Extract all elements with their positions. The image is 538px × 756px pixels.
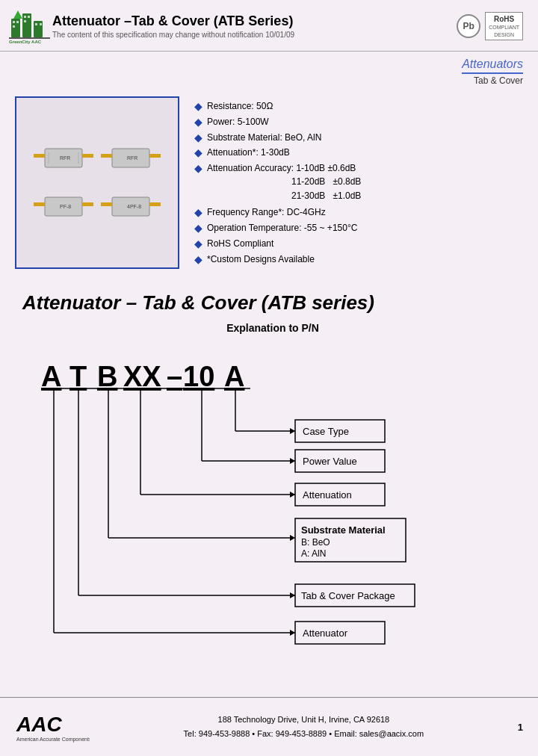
product-main-title: Attenuator – Tab & Cover (ATB series) (22, 291, 523, 315)
substrate-a-label: A: AlN (301, 548, 326, 559)
svg-marker-60 (290, 492, 295, 498)
section-header-right: Attenuators Tab & Cover (0, 52, 538, 89)
svg-text:–: – (167, 361, 182, 392)
svg-rect-8 (28, 16, 30, 18)
svg-rect-4 (13, 21, 15, 23)
pb-badge: Pb (457, 14, 480, 38)
company-logo: GreenCity AAC (7, 7, 52, 45)
page: GreenCity AAC Attenuator –Tab & Cover (A… (0, 0, 538, 756)
header-title-area: Attenuator –Tab & Cover (ATB Series) The… (52, 13, 457, 39)
svg-text:XX: XX (123, 361, 161, 392)
svg-rect-0 (11, 19, 20, 37)
svg-rect-15 (34, 154, 45, 158)
svg-rect-29 (101, 202, 112, 206)
main-content: RFR RFR PF-8 (0, 89, 538, 276)
spec-frequency: ◆ Frequency Range*: DC-4GHz (194, 206, 523, 219)
footer-tel: Tel: 949-453-9888 • Fax: 949-453-8889 • … (90, 727, 518, 741)
tab-cover-package-label: Tab & Cover Package (301, 590, 395, 601)
svg-rect-7 (24, 16, 26, 18)
header: GreenCity AAC Attenuator –Tab & Cover (A… (0, 0, 538, 52)
footer-contact: 188 Technology Drive, Unit H, Irvine, CA… (90, 713, 518, 740)
header-title: Attenuator –Tab & Cover (ATB Series) (52, 13, 457, 29)
svg-rect-25 (34, 202, 45, 206)
svg-text:4PF-8: 4PF-8 (127, 204, 141, 209)
category-title: Attenuators (462, 58, 523, 74)
svg-rect-21 (101, 154, 112, 158)
svg-marker-58 (290, 428, 295, 434)
specs-area: ◆ Resistance: 50Ω ◆ Power: 5-100W ◆ Subs… (194, 96, 523, 269)
footer: AAC American Accurate Components, Inc. 1… (0, 697, 538, 756)
attenuator-component-2: RFR (101, 137, 161, 179)
product-image-box: RFR RFR PF-8 (15, 96, 179, 269)
svg-text:10: 10 (183, 361, 214, 392)
case-type-label: Case Type (303, 426, 349, 437)
product-title-section: Attenuator – Tab & Cover (ATB series) (0, 276, 538, 322)
footer-logo: AAC American Accurate Components, Inc. (15, 705, 90, 749)
svg-marker-3 (13, 10, 22, 19)
header-badges: Pb RoHS COMPLIANT DESIGN (457, 12, 523, 40)
footer-page: 1 (518, 722, 523, 733)
svg-marker-63 (290, 630, 295, 636)
svg-marker-62 (290, 592, 295, 598)
rohs-badge: RoHS COMPLIANT DESIGN (485, 12, 523, 40)
substrate-b-label: B: BeO (301, 537, 330, 548)
svg-rect-22 (149, 154, 161, 158)
svg-text:PF-8: PF-8 (60, 204, 71, 209)
svg-rect-1 (22, 13, 31, 37)
pn-diagram-svg: A T B XX – 10 A Case Type Power Value (22, 345, 516, 659)
svg-text:A: A (41, 361, 61, 392)
svg-rect-10 (35, 23, 37, 25)
svg-text:AAC: AAC (16, 713, 62, 736)
svg-rect-30 (149, 202, 161, 206)
svg-text:T: T (69, 361, 87, 392)
pn-title: Explanation to P/N (22, 322, 523, 334)
attenuation-label: Attenuation (303, 489, 352, 501)
svg-text:A: A (224, 361, 244, 392)
svg-rect-5 (16, 21, 19, 23)
svg-rect-6 (13, 25, 15, 28)
spec-attenuation-accuracy: ◆ Attenuation Accuracy: 1-10dB ±0.6dB (194, 162, 523, 175)
accuracy-row-2: 21-30dB ±1.0dB (291, 189, 523, 203)
svg-rect-11 (40, 23, 42, 25)
footer-address: 188 Technology Drive, Unit H, Irvine, CA… (90, 713, 518, 727)
power-value-label: Power Value (303, 456, 357, 467)
attenuator-label: Attenuator (303, 628, 348, 639)
attenuator-component-3: PF-8 (34, 186, 93, 227)
spec-attenuation: ◆ Attenuation*: 1-30dB (194, 146, 523, 159)
svg-text:GreenCity AAC: GreenCity AAC (9, 40, 42, 44)
substrate-material-label: Substrate Material (301, 524, 386, 536)
product-image-grid: RFR RFR PF-8 (34, 137, 161, 227)
spec-temp: ◆ Operation Temperature: -55 ~ +150°C (194, 222, 523, 235)
svg-rect-16 (82, 154, 93, 158)
svg-rect-26 (82, 202, 93, 206)
pn-explanation: Explanation to P/N A T B XX – 10 A Case … (0, 322, 538, 669)
svg-text:RFR: RFR (127, 155, 137, 161)
attenuator-component-1: RFR (34, 137, 93, 179)
svg-text:American Accurate Components, : American Accurate Components, Inc. (16, 737, 90, 743)
attenuator-component-4: 4PF-8 (101, 186, 161, 227)
svg-text:RFR: RFR (60, 155, 70, 161)
spec-accuracy-table: 11-20dB ±0.8dB 21-30dB ±1.0dB (291, 175, 523, 203)
spec-resistance: ◆ Resistance: 50Ω (194, 100, 523, 113)
spec-custom: ◆ *Custom Designs Available (194, 253, 523, 266)
svg-rect-9 (24, 20, 26, 22)
logo-area: GreenCity AAC (7, 7, 52, 45)
spec-substrate: ◆ Substrate Material: BeO, AlN (194, 131, 523, 144)
accuracy-row-1: 11-20dB ±0.8dB (291, 175, 523, 189)
spec-power: ◆ Power: 5-100W (194, 116, 523, 128)
spec-rohs: ◆ RoHS Compliant (194, 238, 523, 250)
category-subtitle: Tab & Cover (474, 75, 523, 86)
svg-text:B: B (97, 361, 117, 392)
svg-marker-61 (290, 535, 295, 541)
svg-marker-59 (290, 458, 295, 464)
svg-rect-12 (9, 37, 50, 39)
header-subtitle: The content of this specification may ch… (52, 31, 457, 39)
